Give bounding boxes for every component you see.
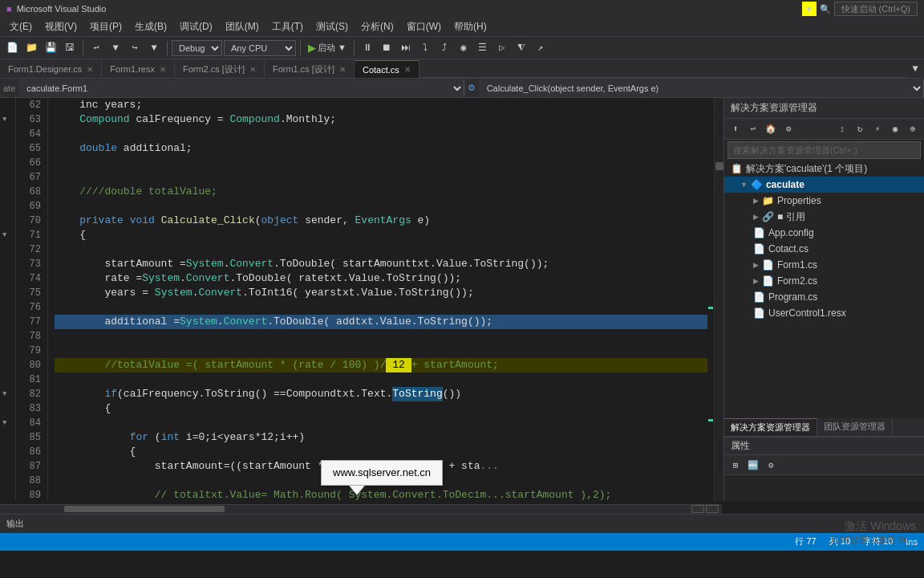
h-scroll-left-btn[interactable] bbox=[691, 505, 704, 513]
menu-tools[interactable]: 工具(T) bbox=[265, 18, 310, 35]
code-line: if(calFrequency.ToString() ==Compoundtxt… bbox=[55, 387, 707, 401]
tab-label: Form1.resx bbox=[110, 64, 155, 74]
tab-team-explorer[interactable]: 团队资源管理器 bbox=[817, 418, 893, 436]
debug-dropdown[interactable]: Debug bbox=[172, 40, 222, 56]
tree-appconfig[interactable]: 📄 App.config bbox=[724, 225, 924, 241]
prop-btn-2[interactable]: 🔤 bbox=[745, 457, 761, 473]
expand-icon: ▶ bbox=[753, 277, 759, 285]
tab-close-4[interactable]: ✕ bbox=[404, 65, 411, 74]
cpu-dropdown[interactable]: Any CPU bbox=[224, 40, 296, 56]
scroll-thumb-v[interactable] bbox=[715, 162, 723, 170]
file-icon: 📄 bbox=[753, 227, 765, 238]
tab-close-3[interactable]: ✕ bbox=[339, 65, 346, 74]
tooltip-arrow-inner bbox=[350, 486, 364, 495]
file-icon: 📄 bbox=[753, 243, 765, 254]
tab-close-2[interactable]: ✕ bbox=[249, 65, 256, 74]
tab-form1resx[interactable]: Form1.resx ✕ bbox=[102, 60, 175, 78]
title-bar: ■ Microsoft Visual Studio ▼ 🔍 快速启动 (Ctrl… bbox=[0, 0, 924, 18]
output-label[interactable]: 输出 bbox=[6, 518, 24, 530]
code-line: for (int i=0;i<years*12;i++) bbox=[55, 430, 707, 445]
tab-close-1[interactable]: ✕ bbox=[160, 65, 166, 74]
status-char: 字符 10 bbox=[863, 535, 893, 547]
sol-btn-1[interactable]: ⬆ bbox=[727, 121, 744, 137]
step1-btn[interactable]: ⏭ bbox=[397, 39, 415, 57]
tree-form1[interactable]: ▶ 📄 Form1.cs bbox=[724, 257, 924, 273]
menu-test[interactable]: 测试(S) bbox=[310, 18, 355, 35]
stop-btn[interactable]: ⏹ bbox=[378, 39, 395, 57]
h-scroll-right-btn[interactable] bbox=[706, 505, 719, 513]
sol-btn-9[interactable]: ⊕ bbox=[905, 121, 921, 137]
prop-btn-1[interactable]: ⊞ bbox=[727, 457, 744, 473]
step2-btn[interactable]: ⤵ bbox=[416, 39, 434, 57]
menu-view[interactable]: 视图(V) bbox=[38, 18, 83, 35]
sol-btn-5[interactable]: ↕ bbox=[834, 121, 850, 137]
tab-form2design[interactable]: Form2.cs [设计] ✕ bbox=[175, 60, 265, 78]
menu-file[interactable]: 文(E) bbox=[3, 18, 38, 35]
tree-program[interactable]: 📄 Program.cs bbox=[724, 289, 924, 305]
code-line bbox=[55, 242, 707, 257]
menu-analyze[interactable]: 分析(N) bbox=[355, 18, 400, 35]
code-line bbox=[55, 156, 707, 170]
filter-btn[interactable]: ▼ bbox=[802, 2, 817, 16]
bp4-btn[interactable]: ⧨ bbox=[513, 39, 530, 57]
code-line bbox=[55, 300, 707, 315]
tab-solution-explorer[interactable]: 解决方案资源管理器 bbox=[724, 418, 817, 436]
sol-btn-6[interactable]: ↻ bbox=[852, 121, 868, 137]
prop-btn-3[interactable]: ⚙ bbox=[763, 457, 779, 473]
menu-window[interactable]: 窗口(W) bbox=[400, 18, 448, 35]
undo-dd[interactable]: ▼ bbox=[107, 39, 124, 57]
tree-properties[interactable]: ▶ 📁 Properties bbox=[724, 193, 924, 209]
h-scroll-thumb[interactable] bbox=[64, 506, 225, 512]
menu-team[interactable]: 团队(M) bbox=[219, 18, 265, 35]
menu-help[interactable]: 帮助(H) bbox=[448, 18, 493, 35]
redo-btn[interactable]: ↪ bbox=[126, 39, 144, 57]
bp5-btn[interactable]: ↗ bbox=[532, 39, 549, 57]
method-dropdown[interactable]: Calculate_Click(object sender, EventArgs… bbox=[479, 79, 924, 97]
tab-label: Form2.cs [设计] bbox=[183, 63, 245, 75]
search-box[interactable]: 搜索解决方案资源管理器(Ctrl+;) bbox=[727, 141, 921, 159]
undo-btn[interactable]: ↩ bbox=[87, 39, 105, 57]
tab-close-0[interactable]: ✕ bbox=[87, 65, 93, 74]
tab-form1design[interactable]: Form1.cs [设计] ✕ bbox=[265, 60, 355, 78]
tree-solution[interactable]: 📋 解决方案'caculate'(1 个项目) bbox=[724, 161, 924, 177]
class-dropdown[interactable]: caculate.Form1 bbox=[18, 79, 464, 97]
breakpoint-margin[interactable]: ▼ ▼ ▼ ▼ bbox=[0, 98, 16, 501]
bp2-btn[interactable]: ☰ bbox=[474, 39, 492, 57]
run-button[interactable]: ▶ 启动 ▼ bbox=[305, 42, 350, 54]
menu-project[interactable]: 项目(P) bbox=[83, 18, 128, 35]
sol-btn-7[interactable]: ⚡ bbox=[869, 121, 886, 137]
bp-btn[interactable]: ◉ bbox=[455, 39, 472, 57]
tab-cotact[interactable]: Cotact.cs ✕ bbox=[355, 60, 419, 78]
h-scrollbar[interactable] bbox=[0, 504, 722, 514]
save-btn[interactable]: 💾 bbox=[42, 39, 59, 57]
search-icon-title[interactable]: 🔍 bbox=[818, 2, 833, 16]
tabs-overflow[interactable]: ▼ bbox=[906, 60, 924, 78]
tree-usercontrol[interactable]: 📄 UserControl1.resx bbox=[724, 305, 924, 321]
quick-launch[interactable]: 快速启动 (Ctrl+Q) bbox=[834, 2, 918, 16]
vertical-scrollbar[interactable] bbox=[714, 98, 723, 501]
open-btn[interactable]: 📁 bbox=[22, 39, 40, 57]
tree-references[interactable]: ▶ 🔗 ■ 引用 bbox=[724, 209, 924, 225]
redo-dd[interactable]: ▼ bbox=[145, 39, 163, 57]
sol-btn-8[interactable]: ◉ bbox=[887, 121, 903, 137]
tree-project[interactable]: ▼ 🔷 caculate bbox=[724, 177, 924, 193]
sol-btn-3[interactable]: 🏠 bbox=[763, 121, 779, 137]
nav-icon2: ⚙ bbox=[464, 83, 479, 93]
tooltip-text: www.sqlserver.net.cn bbox=[333, 466, 431, 478]
tab-form1designer[interactable]: Form1.Designer.cs ✕ bbox=[0, 60, 102, 78]
new-btn[interactable]: 📄 bbox=[3, 39, 21, 57]
bp3-btn[interactable]: ▷ bbox=[493, 39, 511, 57]
code-line-comment: //totalValue =( startAmount * (rate / 10… bbox=[55, 358, 707, 372]
menu-debug[interactable]: 调试(D) bbox=[173, 18, 219, 35]
sol-btn-2[interactable]: ↩ bbox=[745, 121, 761, 137]
title-text: Microsoft Visual Studio bbox=[17, 4, 107, 14]
tree-form2[interactable]: ▶ 📄 Form2.cs bbox=[724, 273, 924, 289]
menu-build[interactable]: 生成(B) bbox=[128, 18, 173, 35]
pause-btn[interactable]: ⏸ bbox=[359, 39, 376, 57]
code-line bbox=[55, 416, 707, 430]
sol-btn-4[interactable]: ⚙ bbox=[780, 121, 796, 137]
step3-btn[interactable]: ⤴ bbox=[436, 39, 453, 57]
code-content[interactable]: inc years; Compound calFrequency = Compo… bbox=[48, 98, 714, 501]
save-all-btn[interactable]: 🖫 bbox=[61, 39, 79, 57]
tree-cotact[interactable]: 📄 Cotact.cs bbox=[724, 241, 924, 257]
